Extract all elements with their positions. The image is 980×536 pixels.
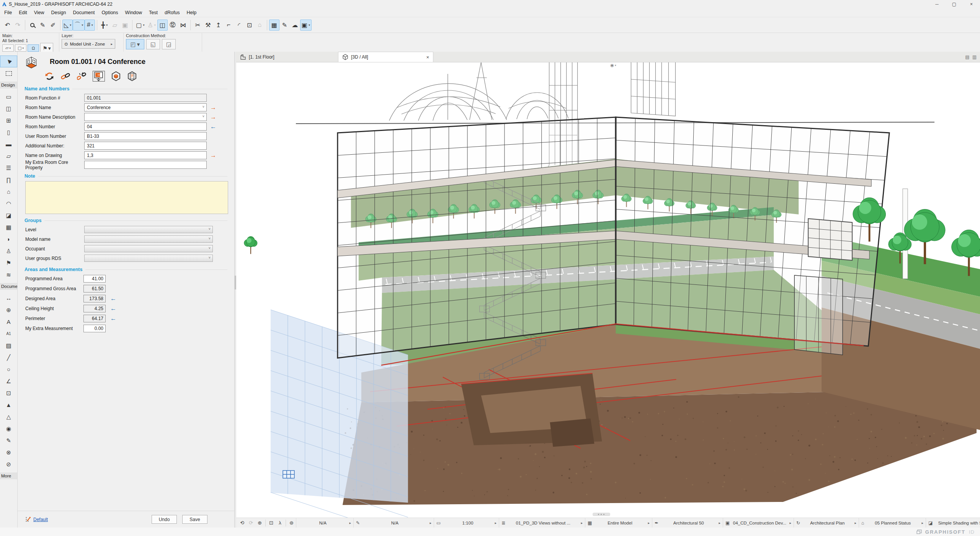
tool-arrow[interactable]: ▶ (0, 56, 17, 67)
snap-plane-button[interactable]: ▱ (109, 20, 120, 31)
zoom-in-button[interactable]: ⊕ (255, 519, 264, 527)
selector-renovation-filter[interactable]: ⌂05 Planned Status▸ (859, 518, 926, 528)
walk-mode-button[interactable]: λ (276, 519, 284, 527)
tool-worksheet[interactable]: ✎ (0, 435, 17, 446)
tab-list-icon[interactable]: ▤ (965, 54, 969, 60)
menu-help[interactable]: Help (183, 9, 200, 16)
report-icon[interactable] (127, 71, 137, 81)
maximize-button[interactable]: ▢ (946, 0, 963, 8)
fit-in-window-button[interactable]: ⊡ (267, 519, 276, 527)
sync-icon[interactable] (44, 71, 54, 81)
save-button[interactable]: Save (182, 515, 207, 524)
tab-tree-icon[interactable]: ▥ (972, 54, 977, 60)
coordinate-input-button[interactable]: #▾ (85, 20, 95, 31)
tab-first-floor[interactable]: [1. 1st Floor] (236, 52, 338, 62)
selector-pen-override[interactable]: ✎N/A▸ (353, 518, 434, 528)
split-button[interactable]: ✂ (193, 20, 203, 31)
tool-window[interactable]: ⊞ (0, 114, 17, 126)
tool-level-dimension[interactable]: ⊕ (0, 304, 17, 316)
frame-tool-button[interactable]: ▢▾ (134, 20, 146, 31)
undo-button[interactable]: ↶ (2, 20, 13, 31)
tool-door[interactable]: ◫ (0, 103, 17, 114)
menu-file[interactable]: File (1, 9, 15, 16)
pull-arrow-icon[interactable]: ← (110, 305, 116, 312)
selector-layer-combination[interactable]: ≣01_PD_3D Views without ...▸ (499, 518, 585, 528)
selector-scale[interactable]: ▭1:100▸ (434, 518, 499, 528)
tab-3d-all[interactable]: [3D / All] × (338, 52, 433, 62)
tool-beam[interactable]: ▬ (0, 138, 17, 150)
group-combo-model-name[interactable] (84, 235, 213, 243)
selector-model-view-options[interactable]: ▣04_CD_Construction Dev...▸ (723, 518, 794, 528)
tool-polyline[interactable]: ∠ (0, 375, 17, 387)
tool-fill[interactable]: ▨ (0, 340, 17, 351)
select-polygon-button[interactable]: ▱▾ (2, 44, 14, 52)
orbit-button[interactable]: ⊚ (287, 519, 296, 527)
unlink-icon[interactable] (77, 71, 87, 81)
measure-ceiling-height[interactable]: 4.25 (83, 305, 106, 312)
graphisoft-brand[interactable]: GRAPHISOFT (925, 529, 965, 535)
graphisoft-id[interactable]: ID (969, 529, 975, 535)
close-button[interactable]: × (963, 0, 980, 8)
model-3d-icon[interactable] (111, 71, 121, 81)
group-combo-level[interactable] (84, 226, 213, 233)
measure-designed-area[interactable]: 173.58 (83, 295, 106, 302)
push-arrow-icon[interactable]: → (207, 114, 220, 121)
field-additional-number[interactable]: 321 (84, 142, 207, 150)
field-name-on-drawing[interactable]: 1,3 (84, 151, 207, 159)
pull-arrow-icon[interactable]: ← (207, 123, 220, 130)
tool-mesh[interactable]: ≋ (0, 269, 17, 281)
field-room-name-description[interactable] (84, 113, 207, 121)
select-marquee-button[interactable]: ▢▾ (15, 44, 26, 52)
construction-method-outer-button[interactable]: ◱ (146, 39, 160, 49)
selector-quick-options[interactable]: N/A▸ (296, 518, 353, 528)
field-my-extra-room-core-property[interactable] (84, 161, 207, 169)
tool-figure[interactable]: ⊡ (0, 387, 17, 399)
measure-programmed-area[interactable]: 41.00 (83, 275, 106, 283)
construction-method-inner-button[interactable]: ◰▾ (126, 39, 144, 49)
tool-detail[interactable]: ⊗ (0, 446, 17, 458)
zoom-to-selection-button[interactable] (27, 20, 38, 31)
menu-document[interactable]: Document (70, 9, 98, 16)
group-combo-occupant[interactable] (84, 245, 213, 252)
trim-button[interactable]: ⌐ (224, 20, 234, 31)
tool-roof[interactable]: ⌂ (0, 186, 17, 198)
tool-section[interactable]: ▲ (0, 399, 17, 411)
tool-marquee[interactable] (0, 67, 17, 79)
menu-edit[interactable]: Edit (15, 9, 31, 16)
favorites-button[interactable]: ♙▾ (146, 20, 157, 31)
element-transfer-button[interactable]: ◫ (157, 20, 168, 31)
guide-square-button[interactable]: ◺▾ (62, 20, 73, 31)
push-arrow-icon[interactable]: → (207, 152, 220, 159)
elevate-button[interactable]: ↥ (213, 20, 224, 31)
field-room-number[interactable]: 04 (84, 123, 207, 131)
undo-button[interactable]: Undo (152, 515, 177, 524)
tool-change[interactable]: ⊘ (0, 458, 17, 470)
redo-button[interactable]: ↷ (13, 20, 23, 31)
tool-morph[interactable]: ◗ (0, 233, 17, 245)
menu-design[interactable]: Design (48, 9, 70, 16)
selector-dimension-style[interactable]: ↻Architectural Plan▸ (794, 518, 859, 528)
tool-slab[interactable]: ▱ (0, 150, 17, 162)
edit-selection-set-button[interactable]: ▦ (269, 20, 279, 31)
close-tab-icon[interactable]: × (426, 54, 429, 60)
menu-test[interactable]: Test (145, 9, 161, 16)
cloud-button[interactable]: ☁ (290, 20, 300, 31)
forward-button[interactable]: ⟳ (247, 519, 255, 527)
field-room-name[interactable]: Conference (84, 103, 207, 111)
scroll-pill[interactable] (593, 513, 610, 516)
annotate-button[interactable]: ✎ (279, 20, 290, 31)
guide-lines-button[interactable]: ⌒▾ (73, 20, 85, 31)
field-room-function[interactable]: 01.001 (84, 94, 207, 102)
construction-method-center-button[interactable]: ◲ (162, 39, 176, 49)
tool-shell[interactable]: ◠ (0, 198, 17, 209)
pick-up-parameters-button[interactable]: ✎ (38, 20, 48, 31)
pull-arrow-icon[interactable]: ← (110, 295, 116, 302)
snap-grid-button[interactable]: ╋▾ (99, 20, 109, 31)
pull-arrow-icon[interactable]: ← (110, 315, 116, 322)
tool-text[interactable]: A (0, 316, 17, 328)
link-icon[interactable] (60, 71, 70, 81)
tool-label[interactable]: A1 (0, 328, 17, 340)
3d-visualization-button[interactable]: ▣▾ (300, 20, 312, 31)
back-button[interactable]: ⟲ (238, 519, 247, 527)
selector-3d-style[interactable]: ◪Simple Shading with Sha...▸ (926, 518, 980, 528)
